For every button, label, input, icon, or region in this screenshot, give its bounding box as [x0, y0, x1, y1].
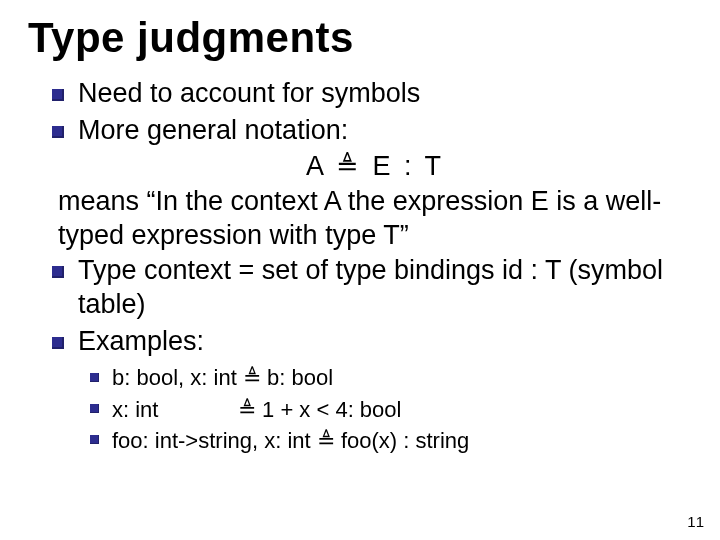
bullet-item: Examples:	[48, 324, 692, 359]
bullet-item: Need to account for symbols	[48, 76, 692, 111]
page-number: 11	[687, 513, 704, 530]
example-text: b: bool, x: int ≜ b: bool	[112, 365, 333, 390]
bullet-text: More general notation:	[78, 115, 348, 145]
bullet-item: More general notation:	[48, 113, 692, 148]
bullet-continuation: means “In the context A the expression E…	[28, 184, 692, 253]
example-text: x: int ≜ 1 + x < 4: bool	[112, 397, 401, 422]
bullet-text: Examples:	[78, 326, 204, 356]
judgment-notation: A ≜ E : T	[28, 149, 692, 184]
example-list: b: bool, x: int ≜ b: bool x: int ≜ 1 + x…	[28, 362, 692, 456]
example-text: foo: int->string, x: int ≜ foo(x) : stri…	[112, 428, 469, 453]
slide: Type judgments Need to account for symbo…	[0, 0, 720, 540]
example-item: x: int ≜ 1 + x < 4: bool	[88, 394, 692, 425]
bullet-text: Need to account for symbols	[78, 78, 420, 108]
bullet-list: Need to account for symbols More general…	[28, 76, 692, 147]
example-item: b: bool, x: int ≜ b: bool	[88, 362, 692, 393]
example-item: foo: int->string, x: int ≜ foo(x) : stri…	[88, 425, 692, 456]
bullet-text: Type context = set of type bindings id :…	[78, 255, 663, 320]
bullet-list: Type context = set of type bindings id :…	[28, 253, 692, 359]
bullet-item: Type context = set of type bindings id :…	[48, 253, 692, 322]
slide-title: Type judgments	[28, 14, 692, 62]
